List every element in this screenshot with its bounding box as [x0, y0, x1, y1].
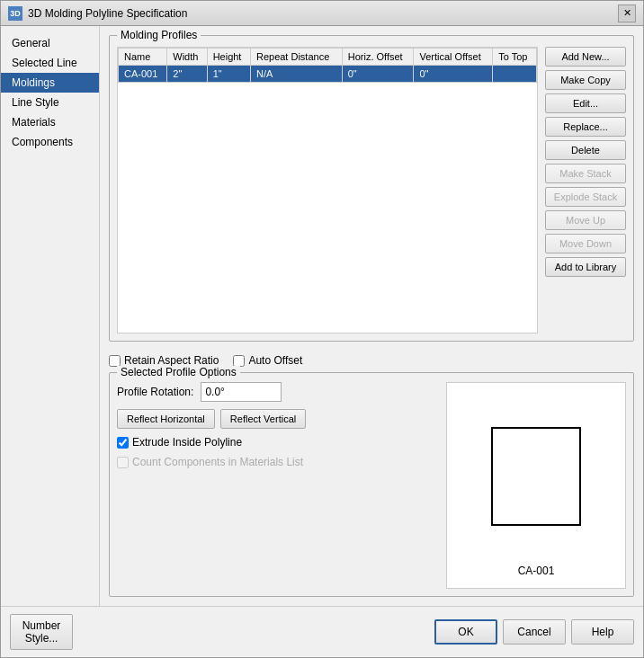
- col-repeat-distance: Repeat Distance: [250, 49, 342, 66]
- profile-rotation-row: Profile Rotation:: [117, 382, 437, 402]
- make-copy-button[interactable]: Make Copy: [545, 70, 626, 90]
- preview-label: CA-001: [518, 565, 555, 577]
- preview-shape: [491, 427, 581, 526]
- count-components-text: Count Components in Materials List: [132, 456, 303, 468]
- window-title: 3D Molding Polyline Specification: [28, 7, 187, 20]
- reflect-vertical-button[interactable]: Reflect Vertical: [220, 409, 306, 429]
- main-content: Molding Profiles Name Width Height Repea…: [100, 26, 643, 606]
- extrude-inside-checkbox[interactable]: [117, 437, 129, 449]
- auto-offset-text: Auto Offset: [248, 354, 302, 367]
- table-header-row: Name Width Height Repeat Distance Horiz.…: [119, 49, 537, 66]
- molding-profiles-group: Molding Profiles Name Width Height Repea…: [109, 35, 634, 342]
- reflect-horizontal-button[interactable]: Reflect Horizontal: [117, 409, 215, 429]
- reflect-buttons-row: Reflect Horizontal Reflect Vertical: [117, 409, 437, 429]
- main-window: 3D 3D Molding Polyline Specification ✕ G…: [0, 0, 644, 658]
- selected-profile-options-group: Selected Profile Options Profile Rotatio…: [109, 372, 634, 597]
- auto-offset-label[interactable]: Auto Offset: [233, 354, 302, 367]
- col-height: Height: [207, 49, 250, 66]
- sidebar-item-selected-line[interactable]: Selected Line: [1, 53, 99, 73]
- extrude-inside-text: Extrude Inside Polyline: [132, 436, 242, 449]
- edit-button[interactable]: Edit...: [545, 93, 626, 113]
- add-to-library-button[interactable]: Add to Library: [545, 257, 626, 277]
- profile-preview-box: CA-001: [446, 382, 626, 589]
- molding-group-inner: Name Width Height Repeat Distance Horiz.…: [117, 47, 626, 333]
- retain-aspect-ratio-label[interactable]: Retain Aspect Ratio: [109, 354, 219, 367]
- cell-repeat-distance: N/A: [250, 66, 342, 83]
- extrude-inside-label[interactable]: Extrude Inside Polyline: [117, 436, 437, 449]
- profile-rotation-label: Profile Rotation:: [117, 386, 193, 398]
- title-bar-left: 3D 3D Molding Polyline Specification: [8, 6, 187, 21]
- window-icon: 3D: [8, 6, 22, 21]
- molding-profiles-table-container: Name Width Height Repeat Distance Horiz.…: [117, 47, 538, 333]
- sidebar-item-components[interactable]: Components: [1, 132, 99, 152]
- molding-profiles-table: Name Width Height Repeat Distance Horiz.…: [118, 48, 537, 83]
- cell-horiz-offset: 0": [342, 66, 414, 83]
- cell-name: CA-001: [119, 66, 167, 83]
- cell-height: 1": [207, 66, 250, 83]
- col-horiz-offset: Horiz. Offset: [342, 49, 414, 66]
- sidebar-item-line-style[interactable]: Line Style: [1, 93, 99, 112]
- move-down-button[interactable]: Move Down: [545, 234, 626, 253]
- count-components-label: Count Components in Materials List: [117, 456, 437, 468]
- delete-button[interactable]: Delete: [545, 140, 626, 160]
- title-bar: 3D 3D Molding Polyline Specification ✕: [1, 1, 643, 26]
- profile-options-content: Profile Rotation: Reflect Horizontal Ref…: [117, 382, 626, 589]
- col-width: Width: [167, 49, 207, 66]
- move-up-button[interactable]: Move Up: [545, 210, 626, 230]
- profile-rotation-input[interactable]: [201, 382, 282, 402]
- col-vertical-offset: Vertical Offset: [414, 49, 493, 66]
- auto-offset-checkbox[interactable]: [233, 355, 245, 367]
- retain-aspect-ratio-text: Retain Aspect Ratio: [124, 354, 219, 367]
- sidebar: General Selected Line Moldings Line Styl…: [1, 26, 100, 606]
- explode-stack-button[interactable]: Explode Stack: [545, 187, 626, 207]
- footer: Number Style... OK Cancel Help: [1, 606, 643, 657]
- count-components-checkbox: [117, 457, 129, 468]
- window-body: General Selected Line Moldings Line Styl…: [1, 26, 643, 606]
- molding-profiles-title: Molding Profiles: [117, 29, 201, 41]
- table-row[interactable]: CA-001 2" 1" N/A 0" 0": [119, 66, 537, 83]
- cell-width: 2": [167, 66, 207, 83]
- close-button[interactable]: ✕: [618, 4, 636, 22]
- col-to-top: To Top: [493, 49, 537, 66]
- checkboxes-row: Retain Aspect Ratio Auto Offset: [109, 354, 634, 367]
- sidebar-item-materials[interactable]: Materials: [1, 112, 99, 132]
- profile-options-left: Profile Rotation: Reflect Horizontal Ref…: [117, 382, 437, 589]
- add-new-button[interactable]: Add New...: [545, 47, 626, 67]
- col-name: Name: [119, 49, 167, 66]
- sidebar-item-general[interactable]: General: [1, 33, 99, 53]
- selected-profile-options-title: Selected Profile Options: [117, 366, 240, 378]
- footer-right: OK Cancel Help: [434, 619, 634, 645]
- sidebar-item-moldings[interactable]: Moldings: [1, 73, 99, 93]
- make-stack-button[interactable]: Make Stack: [545, 164, 626, 183]
- retain-aspect-ratio-checkbox[interactable]: [109, 355, 121, 367]
- cell-to-top: [493, 66, 537, 83]
- replace-button[interactable]: Replace...: [545, 117, 626, 137]
- number-style-button[interactable]: Number Style...: [10, 614, 73, 650]
- help-button[interactable]: Help: [571, 619, 634, 645]
- molding-buttons-column: Add New... Make Copy Edit... Replace... …: [545, 47, 626, 333]
- cancel-button[interactable]: Cancel: [503, 619, 566, 645]
- ok-button[interactable]: OK: [434, 619, 497, 645]
- cell-vertical-offset: 0": [414, 66, 493, 83]
